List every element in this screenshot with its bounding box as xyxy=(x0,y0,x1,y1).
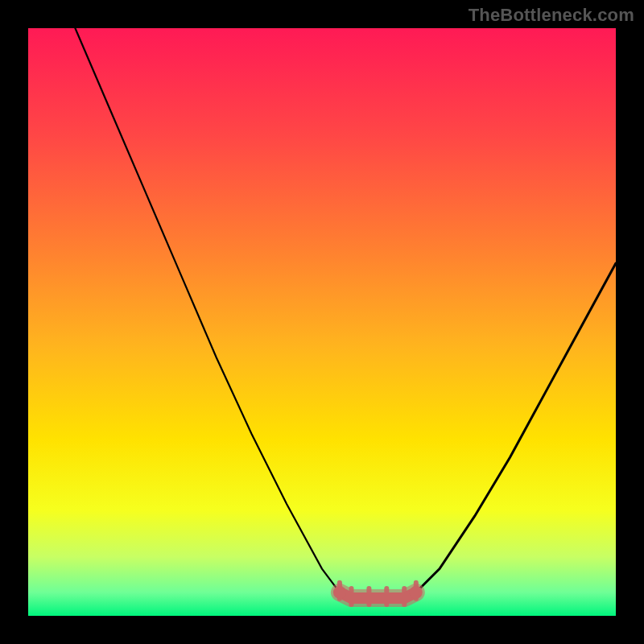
valley-marker-endpoint xyxy=(410,586,423,599)
attribution-label: TheBottleneck.com xyxy=(469,5,634,26)
valley-marker-endpoint xyxy=(333,586,346,599)
chart-container: TheBottleneck.com xyxy=(0,0,644,644)
bottleneck-curve-chart xyxy=(0,0,644,644)
valley-marker xyxy=(340,592,416,598)
plot-background xyxy=(28,28,616,616)
